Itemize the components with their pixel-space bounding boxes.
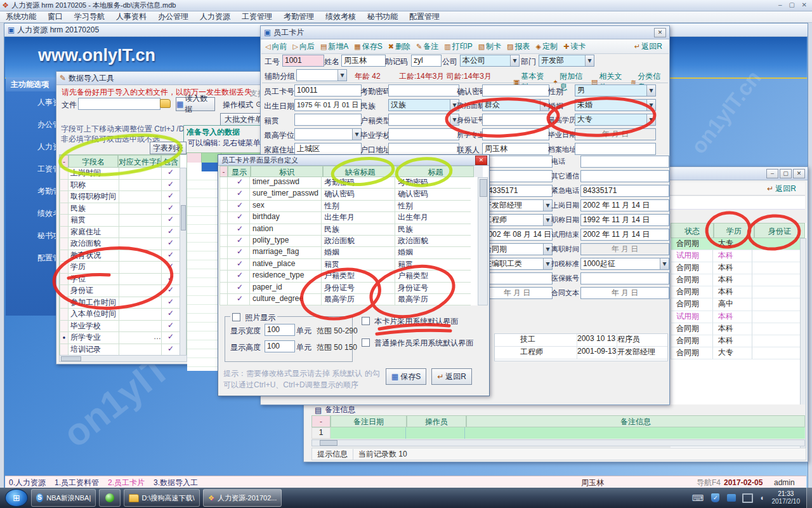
field-row[interactable]: 毕业学校 ✓ — [60, 321, 187, 333]
field-input[interactable]: 工程师 — [481, 214, 553, 226]
notes-cell[interactable] — [406, 427, 465, 439]
show-check[interactable]: ✓ — [227, 201, 249, 212]
maximize-icon[interactable]: ▢ — [780, 169, 792, 178]
field-row[interactable]: 政治面貌 ✓ — [60, 238, 187, 250]
include-check[interactable]: ✓ — [161, 250, 180, 262]
field-input[interactable]: 年 月 日 — [481, 287, 553, 299]
field-input[interactable]: 54335171 — [481, 185, 553, 197]
customize-row[interactable]: ✓ polity_type 政治面貌 政治面貌 — [219, 236, 488, 247]
menu-item[interactable]: 配置管理 — [403, 11, 445, 22]
employee-row[interactable]: 合同期 本科 — [671, 262, 806, 274]
field-row[interactable]: 身份证 ✓ — [60, 285, 187, 297]
customize-row[interactable]: ✓ native_place 籍贯 籍贯 — [219, 259, 488, 271]
field-input[interactable]: 年 月 日 — [580, 243, 669, 255]
include-check[interactable]: ✓ — [161, 238, 180, 250]
toolbar-button[interactable]: ▥ 打印P — [444, 41, 472, 52]
field-input[interactable] — [481, 272, 553, 284]
include-check[interactable]: ✓ — [161, 191, 180, 203]
toolbar-button[interactable]: ✖ 删除 — [388, 41, 410, 52]
history-row[interactable]: 工程师 2001-09-13 开发部经理 — [495, 347, 667, 359]
default-ui-checkbox[interactable] — [362, 317, 370, 325]
field-input[interactable]: 10011 — [294, 84, 362, 97]
card-return-button[interactable]: ↵ 返回R — [634, 41, 662, 52]
company-select[interactable]: 本公司 — [460, 55, 520, 67]
show-check[interactable]: ✓ — [227, 177, 249, 189]
customize-row[interactable]: ✓ birthday 出生年月 出生年月 — [219, 212, 488, 224]
photo-checkbox[interactable] — [232, 313, 240, 321]
load-data-button[interactable]: ▦ 读入数据 — [176, 97, 215, 111]
field-input[interactable] — [482, 128, 549, 140]
field-row[interactable]: 学历 ✓ — [60, 262, 187, 274]
toolbar-button[interactable]: ◈ 定制 — [535, 41, 557, 52]
customize-row[interactable]: ✓ nation 民族 民族 — [219, 224, 488, 236]
menu-item[interactable]: 窗口 — [42, 11, 69, 22]
menu-item[interactable]: 秘书功能 — [362, 11, 403, 22]
field-select[interactable] — [388, 114, 459, 126]
field-row[interactable]: 民族 ✓ — [60, 203, 187, 215]
field-row[interactable]: 家庭住址 ✓ — [60, 227, 187, 239]
field-input[interactable] — [482, 84, 549, 97]
include-check[interactable]: ✓ — [161, 180, 180, 192]
field-input[interactable] — [388, 128, 459, 140]
customize-scrollbar[interactable] — [478, 177, 488, 305]
taskbar-item-folder[interactable]: D:\搜狗高速下载\... — [124, 489, 200, 507]
column-header-idcard[interactable]: 身份证 — [754, 223, 805, 238]
notes-header-info[interactable]: 备注信息 — [466, 415, 805, 427]
show-check[interactable]: ✓ — [227, 189, 249, 200]
customize-row[interactable]: ✓ sure_timer_passwd 确认密码 确认密码 — [219, 189, 488, 200]
security-tray-icon[interactable]: ✓ — [711, 493, 719, 502]
column-header-education[interactable]: 学历 — [714, 223, 754, 238]
custom-title[interactable]: 民族 — [395, 224, 471, 236]
file-input[interactable] — [78, 98, 160, 110]
auxgroup-select[interactable] — [296, 69, 347, 81]
show-check[interactable]: ✓ — [227, 224, 249, 236]
field-map[interactable] — [119, 180, 161, 192]
customize-row[interactable]: ✓ culture_degree 最高学历 最高学历 — [219, 294, 488, 305]
field-input[interactable] — [580, 156, 669, 168]
employee-row[interactable]: 合同期 本科 — [671, 335, 806, 347]
keyboard-tray-icon[interactable]: ⌨ — [691, 493, 704, 503]
toolbar-button[interactable]: ▷ 向后 — [292, 41, 314, 52]
custom-title[interactable]: 考勤密码 — [395, 177, 471, 189]
height-input[interactable]: 100 — [265, 340, 295, 352]
field-header-include[interactable]: 包含 — [161, 155, 180, 168]
include-check[interactable]: ✓ — [161, 297, 180, 309]
window-tab[interactable]: 0.人力资源 — [9, 478, 46, 488]
window-tab[interactable]: 2.员工卡片 — [108, 478, 145, 488]
include-check[interactable]: ✓ — [161, 321, 180, 333]
show-desktop-button[interactable] — [806, 488, 812, 508]
dept-select[interactable]: 开发部 — [539, 55, 594, 67]
menu-item[interactable]: 人事资料 — [110, 11, 152, 22]
name-input[interactable]: 周玉林 — [341, 55, 386, 67]
include-check[interactable]: ✓ — [161, 344, 180, 356]
field-input[interactable] — [481, 156, 553, 168]
toolbar-button[interactable]: ✚ 读卡 — [563, 41, 586, 52]
custom-title[interactable]: 出生年月 — [395, 212, 471, 224]
field-row[interactable]: 参加工作时间 ✓ — [60, 297, 187, 309]
show-check[interactable]: ✓ — [227, 247, 249, 258]
column-header-status[interactable]: 状态 — [671, 223, 714, 238]
show-check[interactable]: ✓ — [227, 271, 249, 282]
field-select[interactable]: 群众 — [482, 99, 549, 111]
employee-row[interactable]: 试用期 本科 — [671, 250, 806, 262]
field-map[interactable] — [119, 309, 161, 321]
employee-row[interactable]: 合同期 大专 — [671, 347, 806, 359]
field-input[interactable]: 在编职工类 — [481, 258, 553, 270]
close-icon[interactable]: ✕ — [654, 28, 666, 37]
field-map[interactable] — [119, 262, 161, 274]
field-table-scrollbar[interactable] — [180, 168, 187, 357]
notes-cell[interactable] — [331, 427, 406, 439]
menu-item[interactable]: 工资管理 — [236, 11, 278, 22]
import-hscrollbar[interactable] — [59, 355, 187, 362]
field-map[interactable] — [119, 297, 161, 309]
field-select[interactable] — [294, 128, 362, 140]
customize-row[interactable]: ✓ timer_passwd 考勤密码 考勤密码 — [219, 177, 488, 189]
field-map[interactable] — [119, 191, 161, 203]
window-tab[interactable]: 3.数据导入工 — [154, 478, 198, 488]
field-map[interactable] — [119, 344, 161, 356]
toolbar-button[interactable]: ▧ 制卡 — [478, 41, 501, 52]
menu-item[interactable]: 绩效考核 — [320, 11, 362, 22]
field-input[interactable] — [482, 114, 549, 126]
field-input[interactable]: 年 月 日 — [575, 128, 656, 140]
employee-row[interactable]: 合同期 大专 — [671, 238, 806, 250]
